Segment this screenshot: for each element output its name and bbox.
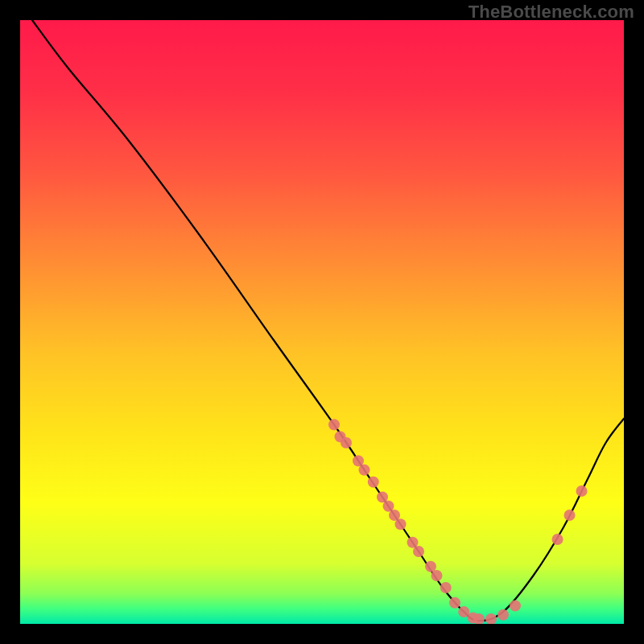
data-point [395, 518, 407, 530]
scatter-points [328, 419, 588, 625]
data-point [510, 601, 521, 612]
chart-svg [20, 20, 624, 624]
bottleneck-curve [32, 20, 624, 621]
data-point [368, 477, 379, 488]
watermark-text: TheBottleneck.com [469, 2, 634, 23]
data-point [564, 510, 576, 521]
data-point [359, 464, 370, 476]
data-point [413, 546, 424, 557]
data-point [328, 419, 340, 431]
plot-area [20, 20, 624, 624]
data-point [497, 609, 509, 621]
data-point [341, 437, 352, 448]
data-point [431, 570, 443, 581]
data-point [576, 485, 588, 497]
data-point [440, 582, 452, 593]
chart-frame: TheBottleneck.com [0, 0, 644, 644]
data-point [449, 597, 460, 609]
data-point [552, 534, 564, 545]
data-point [485, 613, 497, 624]
